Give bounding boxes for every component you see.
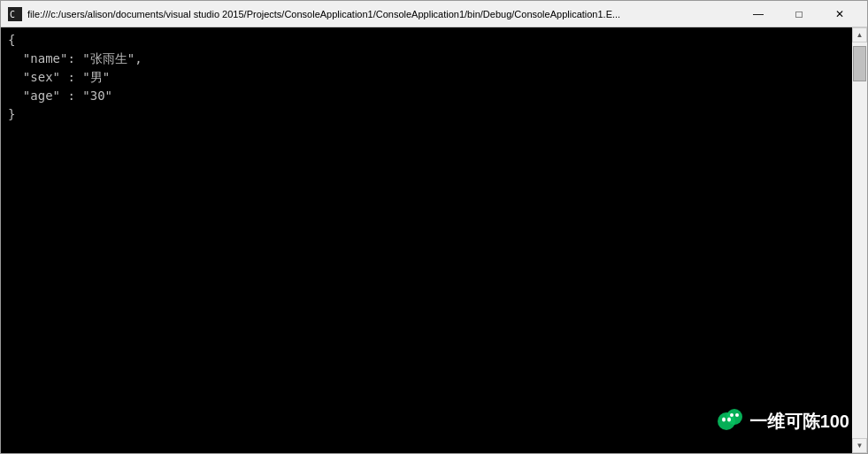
svg-point-7: [735, 413, 739, 417]
scroll-up-button[interactable]: ▲: [852, 27, 867, 42]
close-button[interactable]: ✕: [819, 1, 860, 27]
minimize-button[interactable]: —: [738, 1, 779, 27]
svg-point-3: [726, 409, 742, 425]
scroll-down-button[interactable]: ▼: [852, 438, 867, 453]
svg-point-6: [730, 413, 734, 417]
console-body: { "name": "张雨生", "sex" : "男" "age" : "30…: [1, 27, 867, 453]
svg-point-4: [722, 418, 726, 422]
app-icon: C: [8, 7, 22, 21]
window-title: file:///c:/users/alison/documents/visual…: [27, 9, 731, 19]
console-output: { "name": "张雨生", "sex" : "男" "age" : "30…: [1, 27, 867, 127]
watermark: 一维可陈100: [716, 407, 849, 435]
title-bar: C file:///c:/users/alison/documents/visu…: [1, 1, 867, 27]
window-controls: — □ ✕: [738, 1, 860, 27]
scrollbar-track[interactable]: [852, 42, 867, 438]
watermark-text: 一维可陈100: [749, 410, 849, 434]
svg-text:C: C: [10, 10, 15, 19]
restore-button[interactable]: □: [779, 1, 819, 27]
svg-point-5: [727, 418, 731, 422]
scrollbar-vertical: ▲ ▼: [852, 27, 867, 453]
window: C file:///c:/users/alison/documents/visu…: [0, 0, 868, 454]
scrollbar-thumb[interactable]: [853, 46, 866, 81]
wechat-icon: [716, 407, 744, 435]
